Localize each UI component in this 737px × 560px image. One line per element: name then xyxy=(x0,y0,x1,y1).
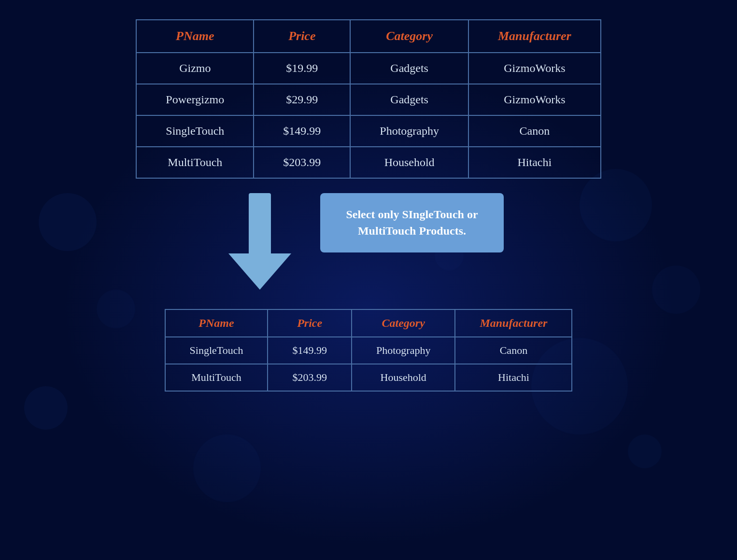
table-cell: Gadgets xyxy=(350,84,468,115)
bottom-table-header-category: Category xyxy=(352,309,455,337)
bottom-table-header-manufacturer: Manufacturer xyxy=(455,309,572,337)
top-table-header-category: Category xyxy=(350,20,468,53)
table-cell: $149.99 xyxy=(254,115,350,147)
table-row: MultiTouch$203.99HouseholdHitachi xyxy=(165,364,572,391)
bubble-decoration xyxy=(24,386,68,430)
top-table-header-manufacturer: Manufacturer xyxy=(468,20,601,53)
table-cell: Hitachi xyxy=(468,147,601,178)
down-arrow-icon xyxy=(228,193,291,290)
bubble-decoration xyxy=(193,434,261,502)
top-table-header-pname: PName xyxy=(136,20,254,53)
bubble-decoration xyxy=(628,434,662,468)
table-row: Powergizmo$29.99GadgetsGizmoWorks xyxy=(136,84,600,115)
table-cell: GizmoWorks xyxy=(468,53,601,84)
table-cell: GizmoWorks xyxy=(468,84,601,115)
table-cell: Household xyxy=(352,364,455,391)
table-cell: MultiTouch xyxy=(165,364,268,391)
table-cell: Powergizmo xyxy=(136,84,254,115)
table-cell: Household xyxy=(350,147,468,178)
table-row: MultiTouch$203.99HouseholdHitachi xyxy=(136,147,600,178)
table-cell: Canon xyxy=(455,337,572,364)
bottom-table-wrapper: PName Price Category Manufacturer Single… xyxy=(165,309,573,392)
table-cell: $19.99 xyxy=(254,53,350,84)
table-cell: Photography xyxy=(350,115,468,147)
arrow-wrapper xyxy=(185,188,291,292)
table-cell: MultiTouch xyxy=(136,147,254,178)
table-cell: $149.99 xyxy=(268,337,352,364)
table-cell: SingleTouch xyxy=(165,337,268,364)
table-cell: Gadgets xyxy=(350,53,468,84)
table-cell: $203.99 xyxy=(254,147,350,178)
top-table: PName Price Category Manufacturer Gizmo$… xyxy=(136,19,601,179)
table-cell: Canon xyxy=(468,115,601,147)
table-cell: SingleTouch xyxy=(136,115,254,147)
table-row: Gizmo$19.99GadgetsGizmoWorks xyxy=(136,53,600,84)
table-cell: Gizmo xyxy=(136,53,254,84)
callout-text: Select only SIngleTouch or MultiTouch Pr… xyxy=(346,208,478,237)
table-row: SingleTouch$149.99PhotographyCanon xyxy=(136,115,600,147)
svg-marker-1 xyxy=(228,253,291,290)
callout-box: Select only SIngleTouch or MultiTouch Pr… xyxy=(320,193,504,252)
bottom-table-header-price: Price xyxy=(268,309,352,337)
table-row: SingleTouch$149.99PhotographyCanon xyxy=(165,337,572,364)
table-cell: Photography xyxy=(352,337,455,364)
table-cell: $203.99 xyxy=(268,364,352,391)
svg-rect-0 xyxy=(249,193,271,256)
bottom-table: PName Price Category Manufacturer Single… xyxy=(165,309,573,392)
table-cell: Hitachi xyxy=(455,364,572,391)
bottom-table-header-pname: PName xyxy=(165,309,268,337)
top-table-header-price: Price xyxy=(254,20,350,53)
main-content: PName Price Category Manufacturer Gizmo$… xyxy=(0,0,737,392)
table-cell: $29.99 xyxy=(254,84,350,115)
middle-section: Select only SIngleTouch or MultiTouch Pr… xyxy=(185,188,552,294)
